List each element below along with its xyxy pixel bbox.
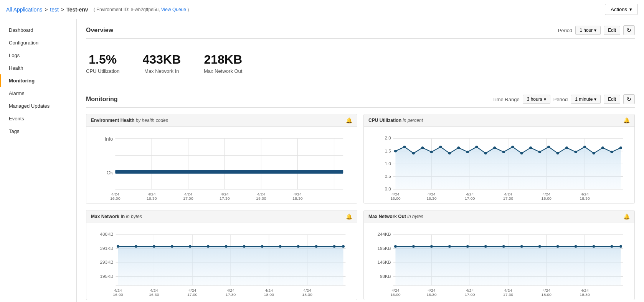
svg-point-64 <box>601 146 604 149</box>
svg-text:195KB: 195KB <box>100 274 113 279</box>
svg-point-96 <box>153 245 155 248</box>
svg-point-50 <box>475 146 478 148</box>
svg-point-60 <box>565 146 568 149</box>
svg-text:244KB: 244KB <box>377 232 391 237</box>
chart-max-net-out-header: Max Network Out in bytes 🔔 <box>364 210 634 223</box>
svg-text:16:30: 16:30 <box>426 197 437 201</box>
svg-text:18:00: 18:00 <box>542 293 552 297</box>
svg-text:4/24: 4/24 <box>504 289 512 293</box>
svg-text:4/24: 4/24 <box>391 289 400 293</box>
chart-env-health-header: Environment Health by health codes 🔔 <box>86 114 357 127</box>
chart-env-health-body: Info Ok 4/24 16:00 4/24 16:30 4/24 17:00… <box>86 127 357 204</box>
svg-point-52 <box>493 146 496 149</box>
actions-button[interactable]: Actions ▾ <box>605 4 638 15</box>
monitoring-header: Monitoring Time Range 3 hours ▾ Period 1… <box>86 94 635 108</box>
svg-marker-134 <box>395 246 621 286</box>
svg-marker-93 <box>118 246 343 286</box>
monitoring-edit-btn[interactable]: Edit <box>604 95 620 104</box>
svg-text:0.5: 0.5 <box>385 174 391 179</box>
svg-point-62 <box>583 146 586 148</box>
svg-text:16:30: 16:30 <box>426 293 437 297</box>
overview-period-btn[interactable]: 1 hour ▾ <box>575 26 601 35</box>
monitoring-controls: Time Range 3 hours ▾ Period 1 minute ▾ E… <box>492 94 635 104</box>
bell-icon-env-health[interactable]: 🔔 <box>346 117 352 123</box>
svg-point-42 <box>403 146 406 148</box>
svg-point-95 <box>135 245 137 248</box>
svg-text:2.0: 2.0 <box>385 136 391 141</box>
overview-refresh-btn[interactable]: ↻ <box>623 25 635 35</box>
metric-cpu-label: CPU Utilization <box>86 68 119 74</box>
svg-text:4/24: 4/24 <box>150 289 158 293</box>
svg-text:146KB: 146KB <box>377 260 391 265</box>
svg-point-97 <box>171 245 173 248</box>
monitoring-period-value: 1 minute <box>575 97 593 102</box>
time-range-dropdown-icon: ▾ <box>544 97 546 102</box>
svg-point-47 <box>448 152 451 155</box>
svg-marker-40 <box>395 147 621 189</box>
svg-point-101 <box>243 245 246 248</box>
period-dropdown-icon: ▾ <box>594 28 596 33</box>
breadcrumb: All Applications > test > Test-env ( Env… <box>6 7 189 13</box>
svg-point-99 <box>207 245 210 248</box>
main-content: Overview Period 1 hour ▾ Edit ↻ <box>77 19 644 302</box>
svg-point-106 <box>333 245 336 248</box>
svg-point-146 <box>593 245 595 248</box>
sidebar-item-events[interactable]: Events <box>0 112 76 125</box>
metric-net-out-value: 218KB <box>204 53 242 67</box>
breadcrumb-sep1: > <box>45 7 48 13</box>
svg-point-48 <box>457 146 460 149</box>
svg-point-44 <box>421 146 424 149</box>
sidebar-item-alarms[interactable]: Alarms <box>0 87 76 100</box>
bell-icon-net-out[interactable]: 🔔 <box>623 213 630 220</box>
bell-icon-net-in[interactable]: 🔔 <box>346 213 352 220</box>
overview-edit-btn[interactable]: Edit <box>604 26 620 35</box>
svg-text:4/24: 4/24 <box>466 289 474 293</box>
metric-cpu-value: 1.5% <box>86 53 119 67</box>
all-apps-link[interactable]: All Applications <box>6 7 42 13</box>
metric-net-out-label: Max Network Out <box>204 68 242 74</box>
bell-icon-cpu[interactable]: 🔔 <box>623 117 630 123</box>
svg-point-103 <box>279 245 282 248</box>
svg-text:16:00: 16:00 <box>113 293 123 297</box>
svg-point-148 <box>619 245 622 248</box>
svg-text:4/24: 4/24 <box>294 192 302 197</box>
svg-text:17:00: 17:00 <box>465 293 475 297</box>
svg-text:4/24: 4/24 <box>466 192 474 197</box>
overview-controls: Period 1 hour ▾ Edit ↻ <box>558 25 635 35</box>
app-name-link[interactable]: test <box>50 7 59 13</box>
svg-point-54 <box>511 146 514 148</box>
sidebar: Dashboard Configuration Logs Health Moni… <box>0 19 77 302</box>
sidebar-item-monitoring[interactable]: Monitoring <box>0 74 76 87</box>
svg-text:4/24: 4/24 <box>543 192 551 197</box>
metric-net-out: 218KB Max Network Out <box>204 53 242 74</box>
svg-text:4/24: 4/24 <box>391 192 400 197</box>
svg-text:98KB: 98KB <box>380 274 391 279</box>
svg-text:16:30: 16:30 <box>149 293 159 297</box>
sidebar-item-managed-updates[interactable]: Managed Updates <box>0 100 76 112</box>
charts-grid: Environment Health by health codes 🔔 <box>86 114 635 300</box>
svg-point-142 <box>520 245 523 248</box>
sidebar-item-logs[interactable]: Logs <box>0 49 76 62</box>
svg-point-41 <box>394 150 397 153</box>
metric-net-in: 433KB Max Network In <box>142 53 181 74</box>
sidebar-item-tags[interactable]: Tags <box>0 125 76 138</box>
chart-cpu-util: CPU Utilization in percent 🔔 <box>363 114 635 204</box>
sidebar-item-dashboard[interactable]: Dashboard <box>0 24 76 36</box>
svg-point-94 <box>117 245 119 248</box>
svg-text:4/24: 4/24 <box>428 289 436 293</box>
env-id-label: Environment ID: <box>96 7 129 12</box>
sidebar-item-configuration[interactable]: Configuration <box>0 36 76 49</box>
sidebar-item-health[interactable]: Health <box>0 62 76 74</box>
chart-cpu-util-body: 2.0 1.5 1.0 0.5 0.0 <box>364 127 634 204</box>
time-range-btn[interactable]: 3 hours ▾ <box>523 95 550 104</box>
monitoring-refresh-btn[interactable]: ↻ <box>623 94 635 104</box>
svg-text:4/24: 4/24 <box>111 192 119 197</box>
svg-point-61 <box>575 151 577 153</box>
view-queue-link[interactable]: View Queue <box>161 7 186 12</box>
svg-text:18:30: 18:30 <box>292 197 303 201</box>
svg-text:4/24: 4/24 <box>581 289 589 293</box>
metric-net-in-value: 433KB <box>142 53 181 67</box>
svg-text:4/24: 4/24 <box>148 192 156 197</box>
chart-env-health: Environment Health by health codes 🔔 <box>86 114 357 204</box>
monitoring-period-btn[interactable]: 1 minute ▾ <box>571 95 601 104</box>
